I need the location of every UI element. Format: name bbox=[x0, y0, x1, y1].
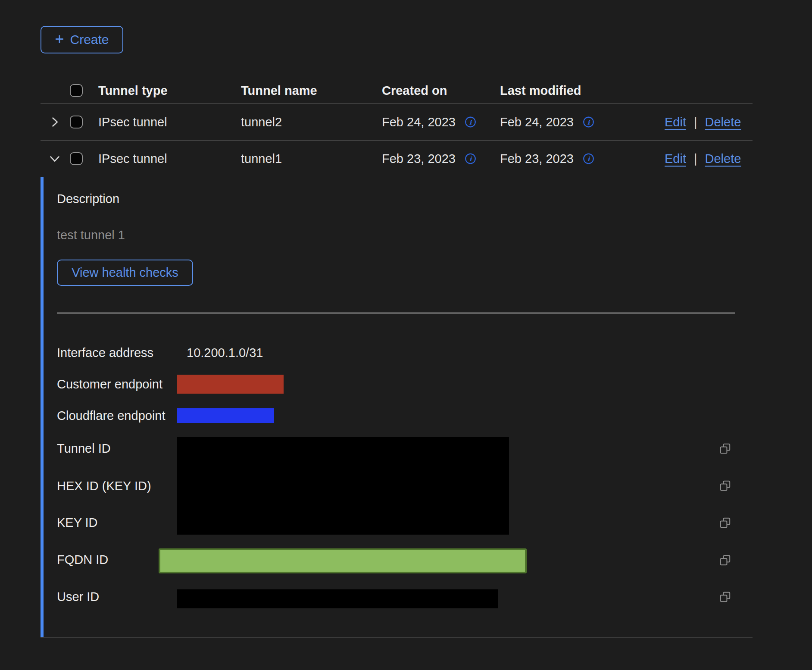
column-header-created-on: Created on bbox=[382, 84, 447, 98]
ids-redacted-value bbox=[177, 437, 509, 535]
section-divider bbox=[57, 313, 735, 313]
customer-endpoint-label: Customer endpoint bbox=[57, 377, 162, 391]
row-checkbox[interactable] bbox=[70, 116, 83, 128]
copy-key-id-icon[interactable] bbox=[719, 517, 731, 529]
row-actions: Edit | Delete bbox=[665, 152, 741, 166]
table-header: Tunnel type Tunnel name Created on Last … bbox=[41, 78, 753, 104]
row-checkbox[interactable] bbox=[70, 152, 83, 165]
last-modified-info-icon[interactable]: i bbox=[583, 153, 594, 165]
plus-icon: + bbox=[55, 31, 64, 47]
user-id-redacted-value bbox=[177, 589, 498, 608]
copy-hex-id-icon[interactable] bbox=[719, 480, 731, 492]
tunnel-type-value: IPsec tunnel bbox=[98, 152, 167, 166]
ipsec-tunnels-page: + Create Tunnel type Tunnel name Created… bbox=[0, 0, 812, 670]
collapse-chevron-down-icon[interactable] bbox=[47, 151, 62, 166]
description-value: test tunnel 1 bbox=[57, 228, 125, 242]
copy-tunnel-id-icon[interactable] bbox=[719, 443, 731, 454]
column-header-tunnel-type: Tunnel type bbox=[98, 84, 168, 98]
key-id-label: KEY ID bbox=[57, 516, 98, 529]
delete-link[interactable]: Delete bbox=[705, 115, 741, 129]
cloudflare-endpoint-redacted-value bbox=[177, 408, 274, 423]
view-health-checks-button[interactable]: View health checks bbox=[57, 260, 193, 286]
interface-address-value: 10.200.1.0/31 bbox=[187, 346, 263, 360]
copy-user-id-icon[interactable] bbox=[719, 591, 731, 603]
expand-chevron-right-icon[interactable] bbox=[47, 115, 62, 129]
description-label: Description bbox=[57, 192, 119, 206]
tunnel-type-value: IPsec tunnel bbox=[98, 115, 167, 129]
fqdn-id-label: FQDN ID bbox=[57, 553, 108, 567]
created-on-info-icon[interactable]: i bbox=[465, 153, 476, 165]
fqdn-id-redacted-value bbox=[159, 548, 527, 573]
table-row-tunnel1: IPsec tunnel tunnel1 Feb 23, 2023 i Feb … bbox=[41, 141, 753, 177]
column-header-tunnel-name: Tunnel name bbox=[241, 84, 317, 98]
svg-text:i: i bbox=[469, 155, 472, 163]
last-modified-value: Feb 24, 2023 bbox=[500, 115, 574, 129]
expanded-row-indicator-bar bbox=[41, 177, 44, 637]
customer-endpoint-redacted-value bbox=[177, 375, 284, 394]
copy-fqdn-id-icon[interactable] bbox=[719, 554, 731, 566]
table-row-tunnel2: IPsec tunnel tunnel2 Feb 24, 2023 i Feb … bbox=[41, 104, 753, 141]
edit-link[interactable]: Edit bbox=[665, 115, 686, 129]
actions-separator: | bbox=[694, 152, 697, 166]
user-id-label: User ID bbox=[57, 590, 99, 604]
create-button[interactable]: + Create bbox=[41, 26, 123, 53]
tunnel-name-value: tunnel1 bbox=[241, 152, 282, 166]
actions-separator: | bbox=[694, 115, 697, 129]
create-button-label: Create bbox=[70, 32, 109, 47]
svg-text:i: i bbox=[587, 155, 590, 163]
row-actions: Edit | Delete bbox=[665, 115, 741, 129]
cloudflare-endpoint-label: Cloudflare endpoint bbox=[57, 409, 166, 423]
expanded-details-panel: Description test tunnel 1 View health ch… bbox=[41, 177, 753, 638]
last-modified-value: Feb 23, 2023 bbox=[500, 152, 574, 166]
created-on-value: Feb 23, 2023 bbox=[382, 152, 456, 166]
hex-id-label: HEX ID (KEY ID) bbox=[57, 479, 151, 493]
tunnel-name-value: tunnel2 bbox=[241, 115, 282, 129]
svg-text:i: i bbox=[587, 119, 590, 126]
svg-text:i: i bbox=[469, 119, 472, 126]
column-header-last-modified: Last modified bbox=[500, 84, 581, 98]
edit-link[interactable]: Edit bbox=[665, 152, 686, 166]
created-on-info-icon[interactable]: i bbox=[465, 116, 476, 128]
interface-address-label: Interface address bbox=[57, 346, 153, 360]
created-on-value: Feb 24, 2023 bbox=[382, 115, 456, 129]
last-modified-info-icon[interactable]: i bbox=[583, 116, 594, 128]
tunnel-id-label: Tunnel ID bbox=[57, 441, 111, 455]
select-all-checkbox[interactable] bbox=[70, 84, 83, 97]
delete-link[interactable]: Delete bbox=[705, 152, 741, 166]
